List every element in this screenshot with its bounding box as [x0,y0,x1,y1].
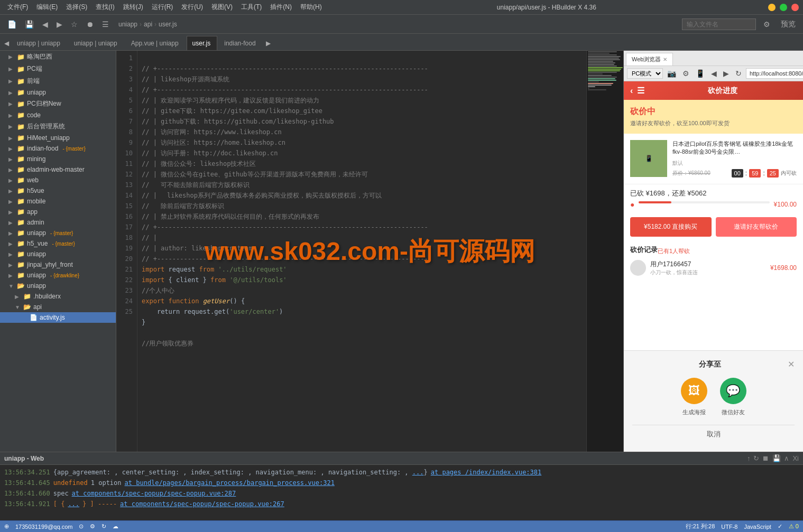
share-cancel-button[interactable]: 取消 [632,425,795,443]
sidebar-item-web[interactable]: ▶ 📁 web [0,175,116,185]
sidebar-item-hbuilderx[interactable]: ▶ 📁 .hbuilderx [0,291,116,302]
browser-refresh-button[interactable]: ↻ [733,68,744,79]
menu-file[interactable]: 文件(F) [4,2,31,13]
sidebar-item-uniapp3[interactable]: ▶ 📁 uniapp [0,249,116,259]
share-wechat-item[interactable]: 💬 微信好友 [720,378,746,416]
filter-button[interactable]: ⚙ [760,18,773,31]
settings-button[interactable]: ⚙ [680,68,691,79]
menu-view[interactable]: 视图(V) [208,2,236,13]
console-up-icon[interactable]: ↑ [747,454,751,462]
title-bar-menu[interactable]: 文件(F) 编辑(E) 选择(S) 查找(I) 跳转(J) 运行(R) 发行(U… [4,2,325,13]
record-button[interactable]: ⏺ [83,18,97,31]
console-expand-link2[interactable]: ... [68,499,79,509]
console-link-1[interactable]: at pages /index/index.vue:381 [431,468,542,477]
browser-forward-button[interactable]: ▶ [721,68,731,79]
browser-tab-web[interactable]: Web浏览器 ✕ [626,53,673,66]
file-search-input[interactable] [682,18,756,30]
back-icon[interactable]: ‹ [630,86,633,96]
sidebar-item-pc[interactable]: ▶ 📁 PC端 [0,63,116,75]
browser-back-button[interactable]: ◀ [709,68,719,79]
console-time-4: 13:56:41.921 [4,499,50,509]
console-save-icon[interactable]: 💾 [772,454,781,462]
share-close-icon[interactable]: ✕ [788,359,795,369]
tab-indianfood[interactable]: indian-food [218,36,262,50]
sidebar-item-jinpai[interactable]: ▶ 📁 jinpai_yhyl_front [0,259,116,270]
sidebar-item-mining[interactable]: ▶ 📁 mining [0,154,116,164]
preview-button[interactable]: 预览 [778,17,799,31]
sidebar-item-admin2[interactable]: ▶ 📁 admin [0,217,116,228]
sidebar-item-h5vue-master[interactable]: ▶ 📁 h5_vue - {master} [0,238,116,249]
sidebar-item-uniapp1[interactable]: ▶ 📁 uniapp [0,87,116,98]
line-number: 3 [116,74,133,85]
share-poster-item[interactable]: 🖼 生成海报 [681,378,707,416]
file-icon-button[interactable]: ☰ [99,18,112,31]
maximize-button[interactable] [780,4,787,11]
browser-url-input[interactable] [746,68,803,79]
close-button[interactable] [791,4,799,11]
console-link-2[interactable]: at bundle/pages/bargain_process/bargain_… [125,478,335,488]
new-file-button[interactable]: 📄 [4,18,20,31]
sidebar-item-eladmin[interactable]: ▶ 📁 eladmin-web-master [0,164,116,175]
sidebar-item-uniapp-expanded[interactable]: ▼ 📂 uniapp [0,281,116,291]
sidebar-item-frontend[interactable]: ▶ 📁 前端 [0,75,116,87]
sidebar-item-uniapp-drawkline[interactable]: ▶ 📁 uniapp - {drawkline} [0,270,116,281]
console-link-4[interactable]: at components/spec-popup/spec-popup.vue:… [120,499,284,509]
sidebar-item-himeet[interactable]: ▶ 📁 HiMeet_uniapp [0,133,116,143]
sidebar-item-h5vue[interactable]: ▶ 📁 h5vue [0,185,116,196]
tab-appvue[interactable]: App.vue | uniapp [125,36,186,50]
buy-button[interactable]: ¥5182.00 直接购买 [630,217,712,237]
status-icon-1: ⊕ [4,523,9,530]
sidebar-item-code[interactable]: ▶ 📁 code [0,110,116,120]
console-link-3[interactable]: at components/spec-popup/spec-popup.vue:… [72,489,236,498]
menu-goto[interactable]: 跳转(J) [120,2,146,13]
minimize-button[interactable] [768,4,776,11]
pc-mode-select[interactable]: PC模式 [627,68,663,79]
breadcrumb-file[interactable]: user.js [159,21,177,28]
menu-find[interactable]: 查找(I) [93,2,117,13]
line-number: 8 [116,127,133,137]
menu-plugins[interactable]: 插件(N) [267,2,295,13]
console-stop-icon[interactable]: ⏹ [762,454,769,462]
tab-uniapp2[interactable]: uniapp | uniapp [68,36,124,50]
invite-button[interactable]: 邀请好友帮砍价 [716,217,797,237]
tab-scroll-left[interactable]: ◀ [2,40,11,47]
menu-tools[interactable]: 工具(T) [238,2,265,13]
line-number: 25 [116,306,133,317]
console-prev-icon[interactable]: ∧ [784,454,789,462]
sidebar-label: admin [27,219,44,226]
breadcrumb-uniapp[interactable]: uniapp [118,21,137,28]
browser-tab-close-icon[interactable]: ✕ [663,57,667,62]
screenshot-button[interactable]: 📷 [665,68,678,79]
sidebar-item-uniapp-master[interactable]: ▶ 📁 uniapp - {master} [0,228,116,238]
menu-edit[interactable]: 编辑(E) [33,2,61,13]
menu-select[interactable]: 选择(S) [63,2,90,13]
bargain-section: 砍价中 邀请好友帮砍价，砍至100.00即可发货 [624,100,803,134]
tab-scroll-right[interactable]: ▶ [264,40,273,47]
sidebar-item-activityjs[interactable]: 📄 activity.js [0,312,116,323]
tab-userjs[interactable]: user.js [187,36,218,50]
sidebar-item-indianfood[interactable]: ▶ 📁 indian-food - {master} [0,143,116,154]
sidebar-item-api-expanded[interactable]: ▼ 📂 api [0,302,116,312]
sidebar-item-mobile[interactable]: ▶ 📁 mobile [0,196,116,207]
tab-uniapp1[interactable]: uniapp | uniapp [11,36,67,50]
breadcrumb-api[interactable]: api [144,21,152,28]
folder-icon: 📁 [17,134,25,142]
menu-help[interactable]: 帮助(H) [297,2,325,13]
menu-icon[interactable]: ☰ [637,86,644,96]
status-bar: ⊕ 1735031199@qq.com ⊙ ⚙ ↻ ☁ 行:21 列:28 UT… [0,520,803,532]
sidebar-item-pcnew[interactable]: ▶ 📁 PC归档New [0,98,116,110]
forward-button[interactable]: ▶ [53,18,66,31]
device-button[interactable]: 📱 [694,68,707,79]
sidebar-item-admin[interactable]: ▶ 📁 后台管理系统 [0,120,116,133]
menu-publish[interactable]: 发行(U) [178,2,206,13]
menu-run[interactable]: 运行(R) [149,2,177,13]
console-refresh-icon[interactable]: ↻ [753,454,759,462]
save-button[interactable]: 💾 [22,18,37,31]
bookmark-button[interactable]: ☆ [68,18,81,31]
back-button[interactable]: ◀ [39,18,51,31]
sidebar-item-taobao[interactable]: ▶ 📁 略淘巴西 [0,51,116,63]
code-editor[interactable]: // +------------------------------------… [137,51,586,452]
console-next-icon[interactable]: Xi [792,454,799,462]
sidebar-item-app[interactable]: ▶ 📁 app [0,207,116,217]
console-expand-link[interactable]: ... [412,469,424,476]
